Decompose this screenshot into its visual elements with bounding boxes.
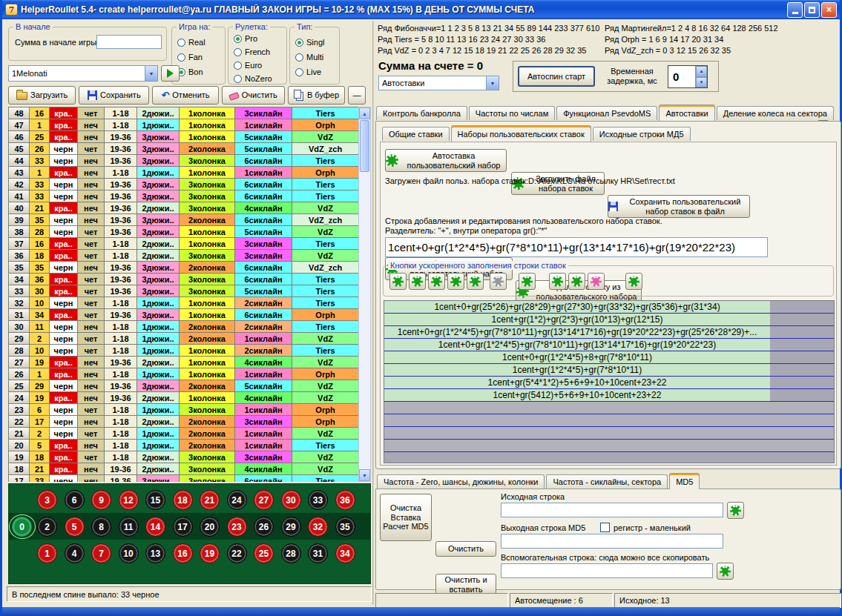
close-button[interactable]: × bbox=[821, 2, 837, 18]
radio-singl[interactable]: Singl bbox=[295, 35, 324, 50]
board-number-7[interactable]: 7 bbox=[91, 543, 111, 563]
history-row-39[interactable]: 3935черннеч19-363дюжи..2колонка6сиклайнV… bbox=[9, 214, 358, 226]
dropdown-arrow-icon[interactable]: ▼ bbox=[145, 66, 157, 81]
bet-string-input[interactable] bbox=[385, 237, 768, 257]
board-number-2[interactable]: 2 bbox=[37, 517, 57, 537]
history-row-33[interactable]: 3330кра..чет19-363дюжи..3колонка5сиклайн… bbox=[9, 285, 358, 297]
board-number-28[interactable]: 28 bbox=[281, 543, 301, 563]
board-number-30[interactable]: 30 bbox=[281, 490, 301, 510]
history-row-45[interactable]: 4526чернчет19-363дюжи..2колонка5сиклайнV… bbox=[9, 143, 358, 155]
history-scrollbar[interactable]: ▲ ▼ bbox=[358, 107, 371, 482]
board-number-5[interactable]: 5 bbox=[65, 517, 85, 537]
history-row-21[interactable]: 212чернчет1-181дюжи..2колонка1сиклайнVdZ bbox=[9, 428, 358, 440]
history-row-36[interactable]: 3618кра..чет1-182дюжи..3колонка3сиклайнV… bbox=[9, 250, 358, 262]
quick-bet-button-8[interactable] bbox=[549, 273, 566, 290]
history-row-34[interactable]: 3436кра..чет19-363дюжи..3колонка6сиклайн… bbox=[9, 274, 358, 285]
board-number-22[interactable]: 22 bbox=[227, 543, 247, 563]
board-number-10[interactable]: 10 bbox=[119, 543, 139, 563]
tab-wheel-sectors[interactable]: Деление колеса на сектора bbox=[717, 106, 834, 120]
md5-source-chip-button[interactable] bbox=[727, 502, 744, 519]
bet-list-item[interactable]: 1cent+gr(5*4*1*2)+5+6+9+10+10cent+23+22 bbox=[384, 377, 834, 389]
tab-bankroll-control[interactable]: Контроль банкролла bbox=[376, 106, 467, 120]
md5-aux-chip-button[interactable] bbox=[717, 563, 734, 580]
save-button[interactable]: Сохранить bbox=[79, 86, 149, 105]
quick-bet-button-10[interactable] bbox=[588, 273, 605, 290]
radio-nozero[interactable]: NoZero bbox=[234, 72, 272, 85]
history-row-26[interactable]: 261кра..неч1-181дюжи..1колонка1сиклайнOr… bbox=[9, 368, 358, 380]
board-number-32[interactable]: 32 bbox=[308, 517, 328, 537]
board-number-12[interactable]: 12 bbox=[119, 490, 139, 510]
title-bar[interactable]: 7 HelperRoullet 5.4- create helperroulle… bbox=[2, 0, 840, 19]
quick-bet-button-1[interactable] bbox=[389, 273, 407, 290]
history-row-30[interactable]: 3011черннеч1-181дюжи..2колонка2сиклайнTi… bbox=[9, 321, 358, 333]
radio-fan[interactable]: Fan bbox=[177, 50, 205, 64]
board-number-13[interactable]: 13 bbox=[145, 543, 165, 563]
clear-button[interactable]: Очистить bbox=[222, 86, 285, 105]
board-number-33[interactable]: 33 bbox=[308, 490, 328, 510]
bet-list-item[interactable]: 1cent+gr(1*2*4*5)+gr(7*8*10*11) bbox=[384, 364, 834, 377]
scroll-up-button[interactable]: ▲ bbox=[359, 107, 370, 119]
history-row-29[interactable]: 292чернчет1-181дюжи..2колонка1сиклайнVdZ bbox=[9, 333, 358, 345]
history-row-31[interactable]: 3134кра..чет19-363дюжи..1колонка6сиклайн… bbox=[9, 309, 358, 321]
board-number-0[interactable]: 0 bbox=[12, 517, 32, 537]
board-number-1[interactable]: 1 bbox=[37, 543, 57, 563]
quick-bet-button-2[interactable] bbox=[409, 273, 426, 290]
history-row-24[interactable]: 2419кра..неч19-362дюжи..1колонка4сиклайн… bbox=[9, 392, 358, 404]
md5-aux-input[interactable] bbox=[501, 563, 713, 578]
copy-to-buffer-button[interactable]: В буфер bbox=[288, 86, 345, 105]
history-row-28[interactable]: 2810чернчет1-181дюжи..1колонка2сиклайнTi… bbox=[9, 345, 358, 357]
history-row-44[interactable]: 4433черннеч19-363дюжи..3колонка6сиклайнT… bbox=[9, 155, 358, 167]
subtab-md5-source-strings[interactable]: Исходные строки МД5 bbox=[593, 127, 691, 141]
history-row-22[interactable]: 2217черннеч1-182дюжи..2колонка3сиклайнOr… bbox=[9, 416, 358, 428]
radio-french[interactable]: French bbox=[234, 45, 272, 59]
history-row-17[interactable]: 1733черннеч19-363дюжи..3колонка6сиклайнT… bbox=[9, 475, 358, 482]
autobet-user-set-button[interactable]: Автоставка пользовательский набор bbox=[385, 149, 507, 172]
md5-clear-button[interactable]: Очистить bbox=[435, 541, 496, 557]
history-row-20[interactable]: 205кра..неч1-181дюжи..2колонка1сиклайнTi… bbox=[9, 440, 358, 451]
spin-down-button[interactable]: ▼ bbox=[696, 77, 707, 88]
board-number-18[interactable]: 18 bbox=[173, 490, 193, 510]
board-number-11[interactable]: 11 bbox=[119, 517, 139, 537]
board-number-17[interactable]: 17 bbox=[173, 517, 193, 537]
history-row-18[interactable]: 1821кра..неч19-362дюжи..3колонка4сиклайн… bbox=[9, 463, 358, 475]
quick-bet-button-4[interactable] bbox=[447, 273, 464, 290]
radio-bon[interactable]: Bon bbox=[177, 64, 205, 79]
history-row-47[interactable]: 471кра..неч1-181дюжи..1колонка1сиклайнOr… bbox=[9, 119, 358, 131]
bet-list-item[interactable]: 1cent+gr(1*2)+gr(2*3)+gr(10*13)+gr(12*15… bbox=[384, 314, 834, 326]
start-sum-input[interactable] bbox=[96, 35, 162, 49]
board-number-3[interactable]: 3 bbox=[37, 490, 57, 510]
quick-bet-button-5[interactable] bbox=[467, 273, 484, 290]
quick-bet-button-11[interactable] bbox=[625, 273, 642, 290]
tab-autobets[interactable]: Автоставки bbox=[659, 105, 714, 121]
radio-real[interactable]: Real bbox=[177, 35, 205, 50]
bet-list-item[interactable]: 1cent+0+gr(25*26)+gr(28*29)+gr(27*30)+gr… bbox=[384, 301, 834, 314]
history-row-46[interactable]: 4625кра..неч19-363дюжи..1колонка5сиклайн… bbox=[9, 131, 358, 143]
history-row-27[interactable]: 2719кра..неч19-362дюжи..1колонка4сиклайн… bbox=[9, 357, 358, 368]
save-bet-set-file-button[interactable]: Сохранить пользовательский набор ставок … bbox=[608, 195, 750, 218]
bet-list-item[interactable]: 1cent+0+gr(1*2*4*5)+gr(7*8*10*11)+gr(13*… bbox=[384, 326, 834, 339]
play-button[interactable] bbox=[161, 65, 180, 82]
scroll-down-button[interactable]: ▼ bbox=[359, 469, 370, 481]
autobets-select[interactable]: Автоставки ▼ bbox=[378, 76, 499, 90]
quick-bet-button-6[interactable] bbox=[490, 273, 507, 290]
board-number-21[interactable]: 21 bbox=[200, 490, 220, 510]
history-row-35[interactable]: 3535черннеч19-363дюжи..2колонка6сиклайнV… bbox=[9, 262, 358, 274]
strategy-select[interactable]: 1Melonati ▼ bbox=[8, 65, 158, 82]
board-number-9[interactable]: 9 bbox=[91, 490, 111, 510]
radio-multi[interactable]: Multi bbox=[295, 50, 324, 64]
tab-freq-zero-chances-dozens-columns[interactable]: Частота - Zero, шансы, дюжины, колонки bbox=[377, 474, 545, 489]
bet-list[interactable]: 1cent+0+gr(25*26)+gr(28*29)+gr(27*30)+gr… bbox=[384, 300, 835, 463]
md5-output-input[interactable] bbox=[501, 534, 723, 549]
history-row-25[interactable]: 2529черннеч19-363дюжи..2колонка5сиклайнV… bbox=[9, 380, 358, 392]
quick-bet-button-3[interactable] bbox=[428, 273, 445, 290]
board-number-16[interactable]: 16 bbox=[173, 543, 193, 563]
dropdown-arrow-icon[interactable]: ▼ bbox=[486, 76, 499, 90]
board-number-19[interactable]: 19 bbox=[200, 543, 220, 563]
history-row-38[interactable]: 3828чернчет19-363дюжи..1колонка5сиклайнV… bbox=[9, 226, 358, 238]
board-number-36[interactable]: 36 bbox=[335, 490, 355, 510]
board-number-35[interactable]: 35 bbox=[335, 517, 355, 537]
history-row-41[interactable]: 4133черннеч19-363дюжи..3колонка6сиклайнT… bbox=[9, 191, 358, 202]
history-row-23[interactable]: 236чернчет1-181дюжи..3колонка1сиклайнOrp… bbox=[9, 404, 358, 416]
bet-list-item[interactable]: 1cent+0+gr(1*2*4*5)+8+gr(7*8*10*11) bbox=[384, 351, 834, 364]
scrollbar-thumb[interactable] bbox=[360, 120, 369, 172]
